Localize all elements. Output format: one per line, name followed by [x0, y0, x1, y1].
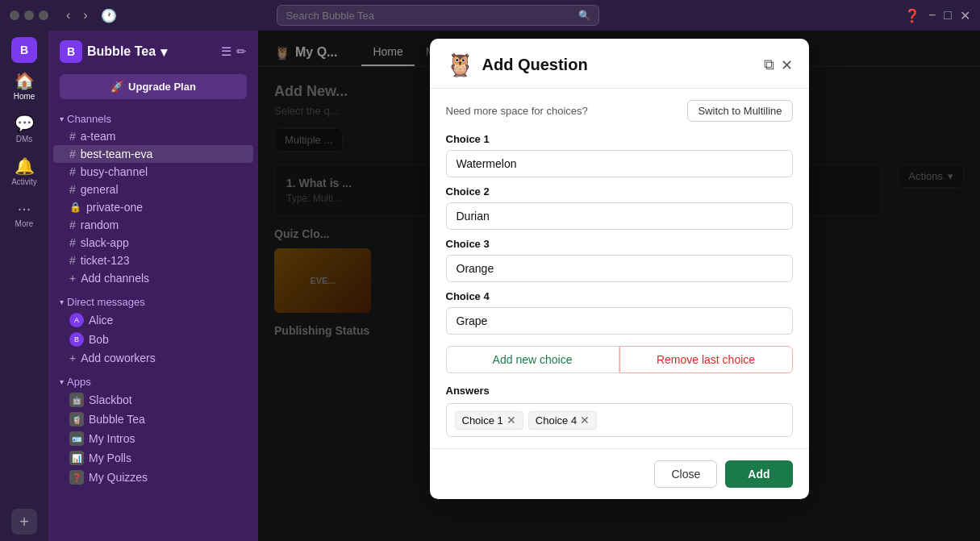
sidebar: B Bubble Tea ▾ ☰ ✏ 🚀 Upgrade Plan ▾ Chan… — [48, 31, 258, 541]
close-app-btn[interactable]: ✕ — [960, 8, 970, 23]
restore-window-btn[interactable]: □ — [944, 8, 952, 23]
bubble-tea-icon: 🧋 — [69, 412, 84, 427]
search-bar[interactable]: 🔍 — [277, 5, 599, 26]
lock-icon: 🔒 — [69, 202, 81, 213]
plus-icon: + — [69, 272, 76, 285]
answer-tag-choice4-label: Choice 4 — [536, 414, 577, 427]
dms-icon: 💬 — [15, 114, 35, 133]
forward-btn[interactable]: › — [78, 6, 92, 25]
hash-icon: # — [69, 183, 76, 196]
nav-home[interactable]: 🏠 Home — [0, 66, 48, 106]
sidebar-filter-btn[interactable]: ☰ — [221, 44, 231, 59]
modal-title: Add Question — [482, 56, 588, 74]
sidebar-action-icons: ☰ ✏ — [221, 44, 247, 59]
multiline-banner: Need more space for choices? Switch to M… — [446, 100, 793, 122]
answer-tag-choice4: Choice 4 ✕ — [528, 411, 597, 430]
add-question-modal: 🦉 Add Question ⧉ ✕ Need more space for c… — [430, 39, 809, 499]
modal-owl-icon: 🦉 — [446, 52, 474, 78]
choice-2-label: Choice 2 — [446, 185, 793, 198]
hash-icon: # — [69, 148, 76, 160]
modal-add-action-btn[interactable]: Add — [725, 460, 792, 488]
choice-3-label: Choice 3 — [446, 238, 793, 250]
add-coworkers-btn[interactable]: + Add coworkers — [53, 349, 253, 367]
more-label: More — [15, 219, 34, 228]
modal-title-row: 🦉 Add Question — [446, 52, 588, 78]
modal-expand-btn[interactable]: ⧉ — [764, 56, 774, 74]
back-btn[interactable]: ‹ — [61, 6, 75, 25]
app-slackbot[interactable]: 🤖 Slackbot — [53, 390, 253, 410]
main-layout: B 🏠 Home 💬 DMs 🔔 Activity ··· More + B B… — [0, 31, 980, 541]
minimize-btn[interactable] — [10, 10, 19, 20]
dm-alice[interactable]: A Alice — [53, 310, 253, 330]
nav-dms[interactable]: 💬 DMs — [0, 109, 48, 148]
activity-label: Activity — [11, 177, 37, 186]
more-icon: ··· — [18, 199, 31, 218]
channels-section: ▾ Channels # a-team # best-team-eva # bu… — [48, 107, 258, 290]
channel-random[interactable]: # random — [53, 216, 253, 234]
answers-field[interactable]: Choice 1 ✕ Choice 4 ✕ — [446, 403, 793, 437]
choice-4-input[interactable] — [446, 307, 793, 335]
hash-icon: # — [69, 254, 76, 267]
channel-a-team[interactable]: # a-team — [53, 127, 253, 145]
help-btn[interactable]: ❓ — [904, 8, 920, 23]
modal-close-action-btn[interactable]: Close — [654, 460, 717, 488]
hash-icon: # — [69, 165, 76, 178]
channel-busy-channel[interactable]: # busy-channel — [53, 163, 253, 181]
home-label: Home — [14, 92, 35, 101]
add-workspace-btn[interactable]: + — [11, 509, 37, 535]
app-my-intros[interactable]: 🪪 My Intros — [53, 429, 253, 448]
add-channels-btn[interactable]: + Add channels — [53, 269, 253, 287]
apps-section: ▾ Apps 🤖 Slackbot 🧋 Bubble Tea 🪪 My Intr… — [48, 370, 258, 490]
remove-answer-choice1-btn[interactable]: ✕ — [507, 414, 516, 426]
activity-icon: 🔔 — [15, 156, 35, 176]
modal-header: 🦉 Add Question ⧉ ✕ — [430, 39, 809, 89]
apps-arrow: ▾ — [60, 377, 64, 386]
plus-icon: + — [69, 352, 76, 364]
channel-general[interactable]: # general — [53, 181, 253, 198]
nav-more[interactable]: ··· More — [0, 194, 48, 233]
multiline-hint-text: Need more space for choices? — [446, 105, 588, 117]
left-nav-rail: B 🏠 Home 💬 DMs 🔔 Activity ··· More + — [0, 31, 48, 541]
sidebar-compose-btn[interactable]: ✏ — [236, 44, 247, 59]
top-bar-right: ❓ − □ ✕ — [904, 8, 970, 23]
dm-bob[interactable]: B Bob — [53, 330, 253, 349]
channels-header[interactable]: ▾ Channels — [48, 110, 258, 127]
search-input[interactable] — [286, 10, 575, 22]
search-icon: 🔍 — [578, 10, 590, 21]
dm-header[interactable]: ▾ Direct messages — [48, 293, 258, 310]
channel-private-one[interactable]: 🔒 private-one — [53, 198, 253, 216]
remove-answer-choice4-btn[interactable]: ✕ — [580, 414, 590, 426]
my-intros-icon: 🪪 — [69, 431, 84, 446]
upgrade-plan-btn[interactable]: 🚀 Upgrade Plan — [60, 74, 247, 99]
workspace-name[interactable]: B Bubble Tea ▾ — [60, 40, 167, 63]
choice-3-input[interactable] — [446, 255, 793, 282]
choice-actions: Add new choice Remove last choice — [446, 346, 793, 373]
close-window-btn[interactable] — [39, 10, 48, 20]
remove-choice-btn[interactable]: Remove last choice — [619, 346, 793, 373]
answer-tag-choice1: Choice 1 ✕ — [455, 411, 523, 430]
app-my-quizzes[interactable]: ❓ My Quizzes — [53, 468, 253, 487]
dm-arrow: ▾ — [60, 298, 64, 306]
dms-label: DMs — [16, 135, 33, 144]
choice-1-input[interactable] — [446, 150, 793, 177]
add-choice-btn[interactable]: Add new choice — [446, 346, 619, 373]
history-btn[interactable]: 🕐 — [96, 6, 122, 25]
choice-2-input[interactable] — [446, 202, 793, 230]
maximize-btn[interactable] — [24, 10, 34, 20]
apps-header[interactable]: ▾ Apps — [48, 373, 258, 390]
workspace-avatar[interactable]: B — [11, 37, 37, 63]
answers-label: Answers — [446, 385, 793, 397]
workspace-logo: B — [60, 40, 82, 63]
channels-arrow: ▾ — [60, 114, 64, 123]
minimize-window-btn[interactable]: − — [928, 8, 936, 23]
channel-ticket-123[interactable]: # ticket-123 — [53, 252, 253, 269]
top-bar: ‹ › 🕐 🔍 ❓ − □ ✕ — [0, 0, 980, 31]
nav-activity[interactable]: 🔔 Activity — [0, 152, 48, 191]
channel-slack-app[interactable]: # slack-app — [53, 234, 253, 252]
switch-multiline-btn[interactable]: Switch to Multiline — [687, 100, 792, 122]
modal-close-btn[interactable]: ✕ — [781, 56, 793, 74]
app-bubble-tea[interactable]: 🧋 Bubble Tea — [53, 410, 253, 429]
home-icon: 🏠 — [15, 71, 35, 90]
channel-best-team-eva[interactable]: # best-team-eva — [53, 145, 253, 163]
app-my-polls[interactable]: 📊 My Polls — [53, 448, 253, 468]
